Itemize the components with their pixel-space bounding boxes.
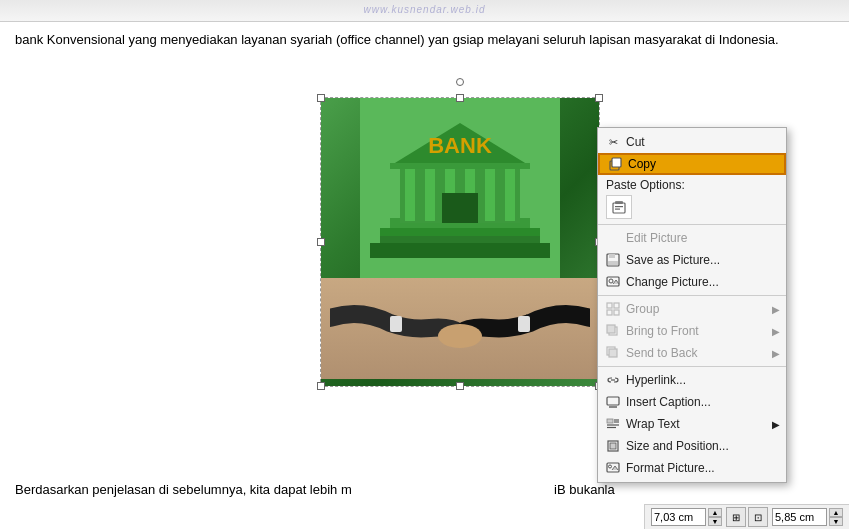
svg-text:BANK: BANK (428, 133, 492, 158)
menu-item-insert-caption[interactable]: Insert Caption... (598, 391, 786, 413)
height-spin-down[interactable]: ▼ (829, 517, 843, 526)
group-label: Group (626, 302, 780, 316)
bring-front-icon (604, 323, 622, 339)
handshake-svg (330, 288, 590, 368)
menu-item-edit-picture[interactable]: Edit Picture (598, 227, 786, 249)
menu-item-format-picture[interactable]: Format Picture... (598, 457, 786, 479)
hyperlink-label: Hyperlink... (626, 373, 780, 387)
svg-rect-15 (442, 193, 478, 223)
toolbar-icon-2[interactable]: ⊡ (748, 507, 768, 527)
insert-caption-icon (604, 394, 622, 410)
svg-point-49 (609, 465, 612, 468)
format-picture-icon (604, 460, 622, 476)
cut-label: Cut (626, 135, 780, 149)
menu-item-hyperlink[interactable]: Hyperlink... (598, 369, 786, 391)
svg-rect-41 (607, 419, 613, 423)
svg-rect-18 (518, 316, 530, 332)
height-input[interactable] (772, 508, 827, 526)
width-dimension-box: ▲ ▼ (651, 508, 722, 526)
svg-rect-33 (614, 310, 619, 315)
svg-rect-27 (608, 261, 618, 265)
save-picture-label: Save as Picture... (626, 253, 780, 267)
send-back-label: Send to Back (626, 346, 780, 360)
svg-rect-31 (614, 303, 619, 308)
svg-rect-17 (390, 316, 402, 332)
svg-rect-24 (615, 209, 620, 210)
separator-2 (598, 295, 786, 296)
separator-1 (598, 224, 786, 225)
menu-item-save-picture[interactable]: Save as Picture... (598, 249, 786, 271)
menu-item-bring-front[interactable]: Bring to Front ▶ (598, 320, 786, 342)
width-spinner: ▲ ▼ (708, 508, 722, 526)
paste-btn[interactable] (606, 195, 632, 219)
width-spin-up[interactable]: ▲ (708, 508, 722, 517)
bring-front-arrow: ▶ (772, 326, 780, 337)
svg-rect-35 (607, 325, 615, 333)
svg-point-29 (609, 279, 613, 283)
wrap-text-arrow: ▶ (772, 419, 780, 430)
menu-item-copy[interactable]: Copy (598, 153, 786, 175)
group-arrow: ▶ (772, 304, 780, 315)
svg-rect-26 (609, 254, 615, 258)
menu-item-change-picture[interactable]: Change Picture... (598, 271, 786, 293)
width-input[interactable] (651, 508, 706, 526)
svg-rect-40 (609, 406, 617, 408)
menu-item-send-back[interactable]: Send to Back ▶ (598, 342, 786, 364)
menu-item-size-position[interactable]: Size and Position... (598, 435, 786, 457)
svg-rect-13 (390, 163, 530, 169)
menu-item-cut[interactable]: ✂ Cut (598, 131, 786, 153)
width-spin-down[interactable]: ▼ (708, 517, 722, 526)
status-bar: ▲ ▼ ⊞ ⊡ ▲ ▼ (644, 504, 849, 529)
ruler: www.kusnendar.web.id (0, 0, 849, 22)
bank-building-svg: BANK (360, 98, 560, 278)
paste-options-header: Paste Options: (598, 175, 786, 222)
save-picture-icon (604, 252, 622, 268)
handle-top-left[interactable] (317, 94, 325, 102)
svg-rect-39 (607, 397, 619, 405)
menu-item-group[interactable]: Group ▶ (598, 298, 786, 320)
toolbar-icon-1[interactable]: ⊞ (726, 507, 746, 527)
svg-rect-30 (607, 303, 612, 308)
cut-icon: ✂ (604, 134, 622, 150)
handle-top-right[interactable] (595, 94, 603, 102)
handle-top-center[interactable] (456, 94, 464, 102)
send-back-icon (604, 345, 622, 361)
svg-rect-7 (425, 166, 435, 221)
height-spinner: ▲ ▼ (829, 508, 843, 526)
handshake-area (321, 278, 599, 379)
height-spin-up[interactable]: ▲ (829, 508, 843, 517)
send-back-arrow: ▶ (772, 348, 780, 359)
bring-front-label: Bring to Front (626, 324, 780, 338)
svg-rect-47 (610, 443, 616, 449)
svg-rect-4 (380, 228, 540, 236)
height-dimension-box: ▲ ▼ (772, 508, 843, 526)
handle-middle-left[interactable] (317, 238, 325, 246)
svg-rect-2 (370, 243, 550, 258)
separator-3 (598, 366, 786, 367)
wrap-text-label: Wrap Text (626, 417, 780, 431)
edit-picture-icon (604, 230, 622, 246)
handle-bottom-center[interactable] (456, 382, 464, 390)
group-icon (604, 301, 622, 317)
rotate-handle[interactable] (456, 78, 464, 86)
handle-bottom-left[interactable] (317, 382, 325, 390)
context-menu: ✂ Cut Copy Paste Options: Edit Picture (597, 127, 787, 483)
svg-rect-11 (505, 166, 515, 221)
svg-rect-22 (613, 203, 625, 213)
hyperlink-icon (604, 372, 622, 388)
svg-rect-6 (405, 166, 415, 221)
menu-item-wrap-text[interactable]: Wrap Text ▶ (598, 413, 786, 435)
doc-text-top: bank Konvensional yang menyediakan layan… (15, 30, 834, 50)
copy-label: Copy (628, 157, 778, 171)
selected-image[interactable]: BANK (320, 97, 600, 387)
svg-rect-37 (609, 349, 617, 357)
paste-options-label: Paste Options: (606, 178, 685, 192)
document-area: bank Konvensional yang menyediakan layan… (0, 22, 849, 529)
svg-rect-23 (615, 206, 623, 207)
svg-rect-10 (485, 166, 495, 221)
edit-picture-label: Edit Picture (626, 231, 780, 245)
svg-rect-20 (612, 158, 621, 167)
change-picture-label: Change Picture... (626, 275, 780, 289)
toolbar-icon-group: ⊞ ⊡ (726, 507, 768, 527)
wrap-text-icon (604, 416, 622, 432)
